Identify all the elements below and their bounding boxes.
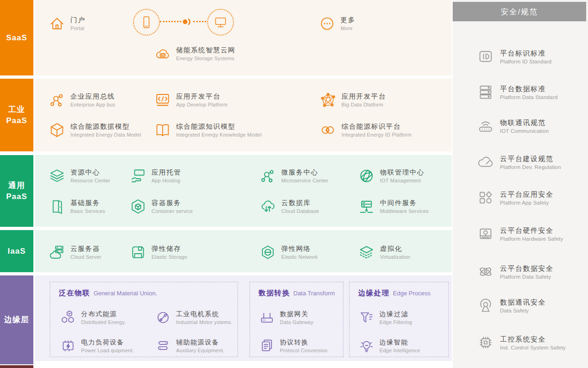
cube-icon xyxy=(49,122,65,138)
lightbulb-icon xyxy=(359,338,374,354)
cloud-battery-icon xyxy=(154,45,171,62)
item-distributed-energy[interactable]: 分布式能源Distributed Energy. xyxy=(60,310,126,325)
item-iot-management[interactable]: 物联管理中心IOT Management xyxy=(358,168,424,184)
open-door-icon xyxy=(49,198,65,215)
open-book-icon xyxy=(154,122,171,138)
home-icon xyxy=(49,15,65,32)
globe-net-icon xyxy=(358,168,375,184)
edge-band: 泛在物联General Material Union. 分布式能源Distrib… xyxy=(35,275,452,361)
hexagon-cluster-icon xyxy=(60,310,76,325)
item-enterprise-app-bus[interactable]: 企业应用总线Enterprise App bus xyxy=(49,92,115,108)
item-big-data-platform[interactable]: 应用开发平台Big Data Dlatform xyxy=(320,92,386,108)
documents-icon xyxy=(259,338,275,354)
bottom-strip xyxy=(0,365,33,368)
item-portal[interactable]: 门户Portal xyxy=(49,15,85,32)
app-grid-icon xyxy=(477,189,494,206)
item-platform-hardware-safety[interactable]: 云平台硬件安全Platform Hardware Safety xyxy=(477,224,563,244)
item-resource-center[interactable]: 资源中心Resource Center xyxy=(49,168,110,184)
item-cloud-database[interactable]: 云数据库Cloud Database xyxy=(259,198,319,215)
item-platform-app-safety[interactable]: 云平台应用安全Platform App Safety xyxy=(477,187,554,208)
item-basic-services[interactable]: 基础服务Basic Services xyxy=(49,198,105,215)
hand-tray-icon xyxy=(130,168,146,184)
stacked-virtual-icon xyxy=(358,244,375,261)
more-ellipsis-icon xyxy=(319,15,335,32)
phone-node[interactable] xyxy=(133,9,160,36)
hex-network-icon xyxy=(259,244,276,261)
broadcast-icon xyxy=(477,297,494,314)
capsules-icon xyxy=(155,338,171,354)
motor-icon xyxy=(155,310,171,325)
item-platform-data-safety[interactable]: 云平台数据安全Platform Data Safety xyxy=(477,262,554,282)
cloud-server-icon xyxy=(49,244,65,261)
general-paas-band: 资源中心Resource Center 应用托管App Hosting 微服务中… xyxy=(35,155,452,227)
item-power-load[interactable]: 电力负荷设备Power Load quipment. xyxy=(60,338,134,354)
server-stand-icon xyxy=(358,198,375,215)
link-arrow-icon xyxy=(182,18,192,25)
edge-group-edge-process: 边缘处理Edge Process 边缘过滤Edge Filtering 边缘智能… xyxy=(349,281,449,357)
item-energy-id-platform[interactable]: 综合能源标识平台Integrated Energy ID Platform xyxy=(320,122,411,138)
item-app-develop-platform[interactable]: 应用开发平台App Develop Platform xyxy=(154,92,228,108)
iaas-band: 云服务器Cloud Server 弹性储存Elastic Storage 弹性网… xyxy=(35,230,452,272)
rail-saas[interactable]: SaaS xyxy=(0,0,33,75)
item-platform-data-standard[interactable]: 平台数据标准Platform Data Standard xyxy=(477,82,558,102)
battery-bolt-icon xyxy=(60,338,76,354)
item-energy-data-model[interactable]: 综合能源数据模型Integrated Energy Data Model xyxy=(49,122,141,138)
monitor-icon xyxy=(214,15,228,29)
item-microservice-center[interactable]: 微服务中心Microservice Center xyxy=(259,168,329,184)
security-panel: 安全/规范 平台标识标准Platform ID Standard 平台数据标准P… xyxy=(453,0,588,368)
gateway-router-icon xyxy=(259,310,275,325)
hard-drive-icon xyxy=(477,225,494,243)
item-energy-storage[interactable]: 储能系统智慧云网Energy Storage Systems xyxy=(154,45,235,62)
server-stack-icon xyxy=(477,83,494,101)
item-app-hosting[interactable]: 应用托管App Hosting xyxy=(130,168,181,184)
edge-group-data-transform: 数据转换Data Transform 数据网关Data Gateway 协议转换… xyxy=(249,281,344,357)
layers-icon xyxy=(49,168,65,184)
link-dots-right xyxy=(193,21,206,22)
item-ind-control-system-safety[interactable]: 工控系统安全Ind. Control System Safety xyxy=(477,332,566,353)
item-middleware-services[interactable]: 中间件服务Middleware Services xyxy=(358,198,429,215)
item-protocol-conversion[interactable]: 协议转换Protocol Conversion xyxy=(259,338,328,354)
item-iot-communication[interactable]: 物联通讯规范IOT Communication xyxy=(477,116,549,136)
cloud-arrows-icon xyxy=(259,198,276,215)
code-window-icon xyxy=(154,92,171,108)
rail-general-paas[interactable]: 通用 PaaS xyxy=(0,155,33,227)
linked-rings-icon xyxy=(320,122,336,138)
item-virtualization[interactable]: 虚拟化Virtualization xyxy=(358,244,411,261)
item-energy-knowledge-model[interactable]: 综合能源知识模型Integrated Energy Knowledge Mode… xyxy=(154,122,262,138)
floppy-disk-icon xyxy=(130,244,146,261)
smartphone-icon xyxy=(139,15,153,29)
cloud-icon xyxy=(477,153,494,171)
item-container-service[interactable]: 容器服务Container service xyxy=(130,198,193,215)
item-platform-id-standard[interactable]: 平台标识标准Platform ID Standard xyxy=(477,46,551,67)
chip-icon xyxy=(477,334,494,351)
rail-iaas[interactable]: IaaS xyxy=(0,230,33,272)
network-graph-icon xyxy=(320,92,336,108)
item-elastic-storage[interactable]: 弹性储存Elastic Storage xyxy=(130,244,187,261)
id-badge-icon xyxy=(477,48,494,65)
item-elastic-network[interactable]: 弹性网络Elastic Network xyxy=(259,244,318,261)
item-edge-intelligence[interactable]: 边缘智能Edge Intelligence xyxy=(359,338,420,354)
atom-icon xyxy=(477,263,494,281)
funnel-icon xyxy=(359,310,374,325)
wifi-router-icon xyxy=(477,117,494,135)
security-panel-title: 安全/规范 xyxy=(453,2,586,21)
rail-industrial-paas[interactable]: 工业 PaaS xyxy=(0,79,33,151)
item-platform-dev-regulation[interactable]: 云平台建设规范Platform Dev. Regulation xyxy=(477,152,561,172)
item-edge-filtering[interactable]: 边缘过滤Edge Filtering xyxy=(359,310,412,325)
link-dots-left xyxy=(160,21,181,22)
industrial-paas-band: 企业应用总线Enterprise App bus 应用开发平台App Devel… xyxy=(35,79,452,151)
hex-cube-icon xyxy=(130,198,146,215)
item-auxiliary-equipment[interactable]: 辅助能源设备Auxiliary Equipment. xyxy=(155,338,224,354)
item-cloud-server[interactable]: 云服务器Cloud Server xyxy=(49,244,101,261)
edge-group-material-union: 泛在物联General Material Union. 分布式能源Distrib… xyxy=(50,281,238,357)
monitor-node[interactable] xyxy=(207,9,234,36)
item-data-safety[interactable]: 数据通讯安全Data Safety xyxy=(477,295,546,316)
item-more[interactable]: 更多More xyxy=(319,15,355,32)
item-data-gateway[interactable]: 数据网关Data Gateway xyxy=(259,310,313,325)
molecule-icon xyxy=(259,168,276,184)
saas-band: 门户Portal 更多More 储能系统智慧云网Energy Storage S… xyxy=(35,0,452,75)
rail-edge[interactable]: 边缘层 xyxy=(0,275,33,364)
molecule-icon xyxy=(49,92,65,108)
item-industrial-motor[interactable]: 工业电机系统Industrial Motor ystems. xyxy=(155,310,233,325)
